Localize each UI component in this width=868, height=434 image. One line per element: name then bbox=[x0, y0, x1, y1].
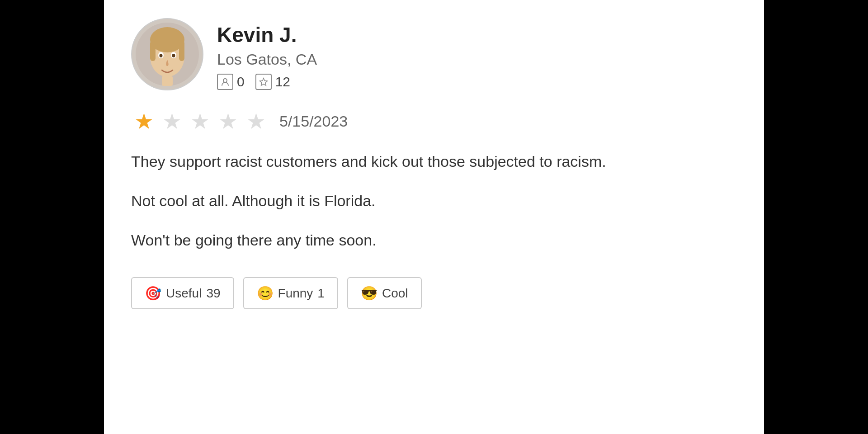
svg-point-7 bbox=[160, 54, 163, 57]
star-3: ★ bbox=[187, 108, 212, 134]
star-2: ★ bbox=[159, 108, 184, 134]
useful-icon: 🎯 bbox=[145, 285, 161, 301]
star-4: ★ bbox=[215, 108, 241, 134]
svg-marker-11 bbox=[259, 78, 267, 85]
svg-point-8 bbox=[172, 54, 175, 57]
funny-label: Funny bbox=[278, 286, 313, 301]
rating-row: ★ ★ ★ ★ ★ 5/15/2023 bbox=[131, 108, 737, 134]
funny-icon: 😊 bbox=[257, 285, 274, 301]
user-info-section: Kevin J. Los Gatos, CA 0 bbox=[131, 18, 737, 90]
cool-icon: 😎 bbox=[361, 285, 377, 301]
friends-icon bbox=[217, 74, 233, 90]
star-5: ★ bbox=[243, 108, 269, 134]
funny-button[interactable]: 😊 Funny 1 bbox=[243, 277, 338, 309]
review-date: 5/15/2023 bbox=[279, 113, 348, 130]
useful-button[interactable]: 🎯 Useful 39 bbox=[131, 277, 234, 309]
svg-point-10 bbox=[223, 79, 227, 82]
reviews-count: 12 bbox=[275, 74, 290, 90]
cool-label: Cool bbox=[382, 286, 408, 301]
user-name: Kevin J. bbox=[217, 23, 317, 47]
review-text-line-2: Not cool at all. Although it is Florida. bbox=[131, 189, 737, 212]
svg-rect-4 bbox=[179, 41, 184, 61]
avatar bbox=[131, 18, 203, 90]
svg-rect-3 bbox=[150, 41, 156, 61]
user-location: Los Gatos, CA bbox=[217, 51, 317, 68]
useful-count: 39 bbox=[206, 286, 220, 301]
review-text-line-3: Won't be going there any time soon. bbox=[131, 229, 737, 252]
useful-label: Useful bbox=[166, 286, 202, 301]
cool-button[interactable]: 😎 Cool bbox=[347, 277, 422, 309]
review-panel: Kevin J. Los Gatos, CA 0 bbox=[104, 0, 764, 434]
friends-stat: 0 bbox=[217, 74, 245, 90]
reaction-buttons: 🎯 Useful 39 😊 Funny 1 😎 Cool bbox=[131, 277, 737, 309]
svg-rect-9 bbox=[162, 76, 173, 86]
review-section: ★ ★ ★ ★ ★ 5/15/2023 They support racist … bbox=[131, 108, 737, 309]
reviews-stat: 12 bbox=[255, 74, 290, 90]
friends-count: 0 bbox=[237, 74, 245, 90]
funny-count: 1 bbox=[317, 286, 325, 301]
star-1: ★ bbox=[131, 108, 156, 134]
user-details: Kevin J. Los Gatos, CA 0 bbox=[217, 18, 317, 90]
user-stats: 0 12 bbox=[217, 74, 317, 90]
reviews-icon bbox=[255, 74, 272, 90]
review-text-line-1: They support racist customers and kick o… bbox=[131, 150, 737, 173]
star-rating: ★ ★ ★ ★ ★ bbox=[131, 108, 269, 134]
